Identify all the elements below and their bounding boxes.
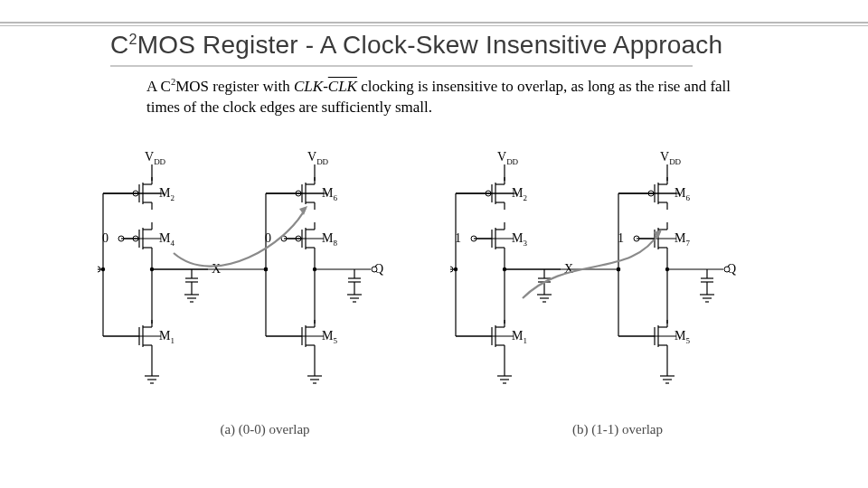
svg-text:VDD: VDD — [145, 150, 166, 166]
svg-text:M6: M6 — [322, 186, 337, 202]
svg-text:M1: M1 — [512, 329, 527, 345]
caption-b: (b) (1-1) overlap — [450, 422, 785, 437]
svg-text:1: 1 — [618, 231, 624, 245]
svg-marker-114 — [299, 206, 307, 215]
circuit-b: VDDM2M3XM1D1VDDM6M7QM51 — [450, 145, 785, 416]
body-text: A C2MOS register with CLK-CLK clocking i… — [146, 76, 765, 118]
figures: VDDM2M4XM1D0VDDM6M8QM50 (a) (0-0) overla… — [98, 145, 785, 443]
svg-point-231 — [617, 267, 620, 271]
svg-text:0: 0 — [265, 231, 271, 245]
svg-text:M1: M1 — [159, 329, 175, 345]
svg-text:VDD: VDD — [307, 150, 329, 166]
svg-text:M2: M2 — [159, 186, 175, 202]
svg-point-112 — [264, 267, 268, 271]
svg-text:M5: M5 — [322, 329, 337, 345]
svg-text:M6: M6 — [675, 186, 690, 202]
top-rule — [0, 22, 868, 27]
svg-text:M8: M8 — [322, 231, 337, 248]
svg-text:1: 1 — [455, 231, 461, 245]
svg-text:M7: M7 — [675, 231, 690, 248]
caption-a: (a) (0-0) overlap — [98, 422, 432, 437]
svg-text:M2: M2 — [512, 186, 527, 202]
svg-point-232 — [724, 267, 730, 272]
svg-text:M3: M3 — [512, 231, 527, 248]
page-title: C2MOS Register - A Clock-Skew Insensitiv… — [110, 31, 722, 60]
svg-text:VDD: VDD — [660, 150, 682, 166]
svg-text:M4: M4 — [159, 231, 175, 248]
svg-point-113 — [372, 267, 377, 272]
svg-text:0: 0 — [102, 231, 108, 245]
title-underline — [110, 65, 693, 67]
svg-text:VDD: VDD — [497, 150, 519, 166]
figure-a: VDDM2M4XM1D0VDDM6M8QM50 (a) (0-0) overla… — [98, 145, 432, 443]
svg-text:M5: M5 — [675, 329, 690, 345]
figure-b: VDDM2M3XM1D1VDDM6M7QM51 (b) (1-1) overla… — [450, 145, 785, 443]
circuit-a: VDDM2M4XM1D0VDDM6M8QM50 — [98, 145, 432, 416]
